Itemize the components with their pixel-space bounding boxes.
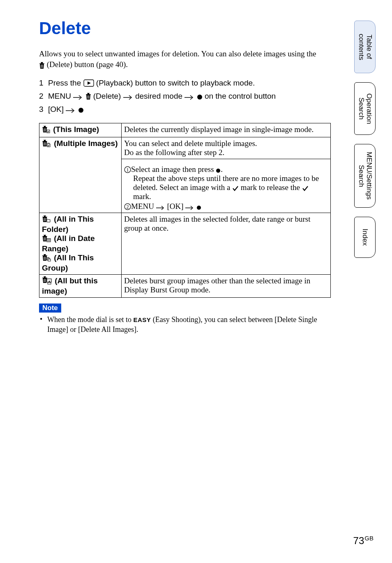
bullet-icon: • — [40, 315, 47, 334]
svg-point-1 — [197, 95, 202, 100]
tab-table-of-contents[interactable]: Table of contents — [354, 21, 376, 73]
page-number-suffix: GB — [364, 535, 374, 542]
tab-operation-search[interactable]: Operation Search — [354, 82, 376, 135]
modes-table: (This Image) Deletes the currently displ… — [39, 123, 331, 298]
step-1: 1 Press the (Playback) button to switch … — [39, 79, 331, 88]
table-row: (All in This Folder) (All in Date Range)… — [39, 213, 331, 275]
playback-icon — [83, 79, 94, 87]
trash-this-image-icon — [42, 126, 50, 135]
substep-text: MENU — [131, 202, 156, 211]
svg-text:1: 1 — [127, 167, 129, 173]
trash-all-date-icon — [42, 235, 51, 244]
side-tabs: Table of contents Operation Search MENU/… — [354, 21, 379, 267]
row-label: (Multiple Images) — [52, 139, 118, 148]
svg-rect-3 — [47, 130, 50, 133]
substep-text: . — [221, 165, 223, 174]
svg-rect-12 — [47, 239, 51, 242]
center-dot-icon — [196, 202, 201, 211]
step-text: (Playback) button to switch to playback … — [96, 79, 255, 87]
checkmark-icon — [232, 183, 239, 192]
step-text: [OK] — [48, 105, 66, 114]
table-row: (This Image) Deletes the currently displ… — [39, 123, 331, 137]
note-heading: Note — [39, 304, 61, 313]
circled-1-icon: 1 — [124, 165, 131, 174]
page-number: 73GB — [353, 535, 374, 547]
substep-2: 2MENU [OK] — [124, 202, 328, 211]
row-label: (This Image) — [51, 125, 99, 134]
row-desc: Deletes all images in the selected folde… — [122, 213, 331, 275]
svg-rect-17 — [48, 283, 51, 284]
svg-point-11 — [197, 206, 201, 210]
easy-mode-label: EASY — [133, 316, 151, 323]
substep-text: Select an image then press — [131, 165, 216, 174]
center-dot-icon — [197, 92, 203, 100]
step-text: on the control button — [205, 92, 276, 100]
intro-paragraph: Allows you to select unwanted images for… — [39, 49, 331, 70]
arrow-right-icon — [73, 92, 83, 100]
step-text: (Delete) — [93, 92, 123, 100]
arrow-right-icon — [184, 92, 194, 100]
trash-multiple-images-icon — [42, 140, 51, 149]
step-number: 3 — [39, 105, 48, 114]
page-number-value: 73 — [353, 535, 364, 546]
substep-1: 1Select an image then press . Repeat the… — [124, 165, 328, 201]
table-row: (Multiple Images) You can select and del… — [39, 137, 331, 159]
tab-label: Operation Search — [357, 88, 372, 130]
note-item: • When the mode dial is set to EASY (Eas… — [39, 315, 331, 334]
row-desc: Deletes the currently displayed image in… — [122, 123, 331, 137]
trash-all-folder-icon — [42, 215, 51, 225]
trash-all-but-this-icon — [42, 276, 52, 287]
step-3: 3 [OK] — [39, 105, 331, 114]
arrow-right-icon — [66, 105, 76, 114]
note-text: When the mode dial is set to — [47, 315, 133, 324]
intro-text-1: Allows you to select unwanted images for… — [39, 49, 316, 58]
step-number: 1 — [39, 79, 48, 88]
table-row: (All but this image) Deletes burst group… — [39, 275, 331, 298]
arrow-right-icon — [185, 202, 194, 211]
trash-icon — [39, 60, 45, 71]
substep-text: [OK] — [165, 202, 186, 211]
tab-label: Index — [361, 223, 369, 252]
intro-text-2: (Delete) button (page 40). — [45, 60, 128, 69]
checkmark-icon — [302, 183, 309, 192]
substep-text: mark to release the — [239, 183, 302, 192]
step-text: Press the — [48, 79, 83, 87]
circled-2-icon: 2 — [124, 202, 131, 211]
svg-rect-5 — [47, 144, 50, 147]
svg-rect-15 — [48, 259, 51, 261]
tab-label: Table of contents — [357, 28, 372, 66]
arrow-right-icon — [156, 202, 165, 211]
step-text: MENU — [48, 92, 73, 100]
step-text: desired mode — [135, 92, 184, 100]
svg-point-8 — [216, 169, 220, 173]
center-dot-icon — [216, 165, 221, 174]
svg-text:2: 2 — [127, 204, 129, 210]
arrow-right-icon — [123, 92, 133, 100]
center-dot-icon — [78, 105, 84, 114]
step-number: 2 — [39, 92, 48, 101]
steps-list: 1 Press the (Playback) button to switch … — [39, 79, 331, 114]
row-desc-b: Do as the following after step 2. — [124, 148, 328, 157]
tab-index[interactable]: Index — [354, 217, 376, 258]
trash-icon — [85, 92, 91, 100]
substep-text: mark. — [133, 192, 151, 201]
tab-label: MENU/Settings Search — [357, 146, 372, 205]
trash-all-group-icon — [42, 254, 51, 264]
svg-point-2 — [78, 108, 83, 113]
tab-menu-settings-search[interactable]: MENU/Settings Search — [354, 144, 376, 208]
page-title: Delete — [39, 19, 331, 38]
row-desc-a: You can select and delete multiple image… — [124, 139, 328, 148]
row-desc: Deletes burst group images other than th… — [122, 275, 331, 298]
step-2: 2 MENU (Delete) desired mode on the cont… — [39, 92, 331, 101]
